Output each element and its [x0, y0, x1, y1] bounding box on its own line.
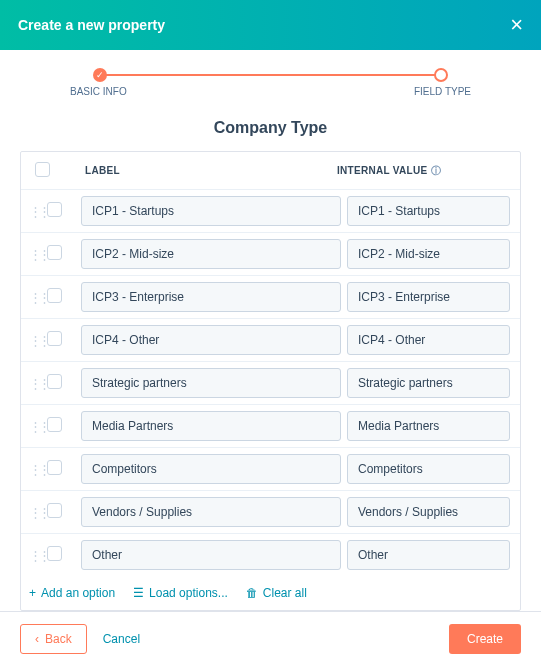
- table-row: ⋮⋮: [21, 319, 520, 362]
- options-table: LABEL INTERNAL VALUE ⓘ ⋮⋮⋮⋮⋮⋮⋮⋮⋮⋮⋮⋮⋮⋮⋮⋮⋮…: [20, 151, 521, 611]
- progress-stepper: ✓ BASIC INFO FIELD TYPE: [0, 50, 541, 107]
- column-header-internal-value: INTERNAL VALUE ⓘ: [337, 164, 512, 178]
- row-checkbox[interactable]: [47, 374, 62, 389]
- row-checkbox[interactable]: [47, 503, 62, 518]
- step-label-basic-info: BASIC INFO: [70, 86, 127, 97]
- table-row: ⋮⋮: [21, 233, 520, 276]
- load-options-link[interactable]: ☰Load options...: [133, 586, 228, 600]
- table-row: ⋮⋮: [21, 448, 520, 491]
- internal-value-input[interactable]: [347, 325, 510, 355]
- back-button[interactable]: ‹Back: [20, 624, 87, 654]
- table-row: ⋮⋮: [21, 276, 520, 319]
- modal-header: Create a new property ×: [0, 0, 541, 50]
- label-input[interactable]: [81, 196, 341, 226]
- label-input[interactable]: [81, 454, 341, 484]
- table-row: ⋮⋮: [21, 190, 520, 233]
- row-checkbox[interactable]: [47, 202, 62, 217]
- step-complete-icon: ✓: [93, 68, 107, 82]
- label-input[interactable]: [81, 540, 341, 570]
- internal-value-input[interactable]: [347, 368, 510, 398]
- row-checkbox[interactable]: [47, 331, 62, 346]
- drag-handle-icon[interactable]: ⋮⋮: [29, 247, 41, 262]
- drag-handle-icon[interactable]: ⋮⋮: [29, 505, 41, 520]
- internal-value-input[interactable]: [347, 454, 510, 484]
- table-row: ⋮⋮: [21, 362, 520, 405]
- content-area: LABEL INTERNAL VALUE ⓘ ⋮⋮⋮⋮⋮⋮⋮⋮⋮⋮⋮⋮⋮⋮⋮⋮⋮…: [0, 151, 541, 611]
- list-icon: ☰: [133, 586, 144, 600]
- step-current-icon: [434, 68, 448, 82]
- close-icon[interactable]: ×: [510, 14, 523, 36]
- drag-handle-icon[interactable]: ⋮⋮: [29, 462, 41, 477]
- select-all-checkbox[interactable]: [35, 162, 50, 177]
- plus-icon: +: [29, 586, 36, 600]
- drag-handle-icon[interactable]: ⋮⋮: [29, 290, 41, 305]
- label-input[interactable]: [81, 239, 341, 269]
- table-header: LABEL INTERNAL VALUE ⓘ: [21, 152, 520, 190]
- cancel-button[interactable]: Cancel: [103, 632, 140, 646]
- drag-handle-icon[interactable]: ⋮⋮: [29, 419, 41, 434]
- row-checkbox[interactable]: [47, 546, 62, 561]
- label-input[interactable]: [81, 368, 341, 398]
- drag-handle-icon[interactable]: ⋮⋮: [29, 333, 41, 348]
- footer: ‹Back Cancel Create: [0, 611, 541, 666]
- label-input[interactable]: [81, 282, 341, 312]
- table-row: ⋮⋮: [21, 534, 520, 576]
- label-input[interactable]: [81, 325, 341, 355]
- modal-title: Create a new property: [18, 17, 165, 33]
- column-header-label: LABEL: [67, 165, 337, 176]
- table-actions: +Add an option ☰Load options... 🗑Clear a…: [21, 576, 520, 610]
- internal-value-input[interactable]: [347, 239, 510, 269]
- table-row: ⋮⋮: [21, 405, 520, 448]
- drag-handle-icon[interactable]: ⋮⋮: [29, 376, 41, 391]
- internal-value-input[interactable]: [347, 411, 510, 441]
- table-row: ⋮⋮: [21, 491, 520, 534]
- info-icon[interactable]: ⓘ: [431, 165, 441, 176]
- internal-value-input[interactable]: [347, 497, 510, 527]
- internal-value-input[interactable]: [347, 282, 510, 312]
- row-checkbox[interactable]: [47, 288, 62, 303]
- row-checkbox[interactable]: [47, 245, 62, 260]
- internal-value-input[interactable]: [347, 196, 510, 226]
- label-input[interactable]: [81, 497, 341, 527]
- page-title: Company Type: [0, 119, 541, 137]
- create-button[interactable]: Create: [449, 624, 521, 654]
- label-input[interactable]: [81, 411, 341, 441]
- drag-handle-icon[interactable]: ⋮⋮: [29, 204, 41, 219]
- internal-value-input[interactable]: [347, 540, 510, 570]
- row-checkbox[interactable]: [47, 417, 62, 432]
- drag-handle-icon[interactable]: ⋮⋮: [29, 548, 41, 563]
- add-option-link[interactable]: +Add an option: [29, 586, 115, 600]
- clear-all-link[interactable]: 🗑Clear all: [246, 586, 307, 600]
- row-checkbox[interactable]: [47, 460, 62, 475]
- step-label-field-type: FIELD TYPE: [414, 86, 471, 97]
- trash-icon: 🗑: [246, 586, 258, 600]
- chevron-left-icon: ‹: [35, 632, 39, 646]
